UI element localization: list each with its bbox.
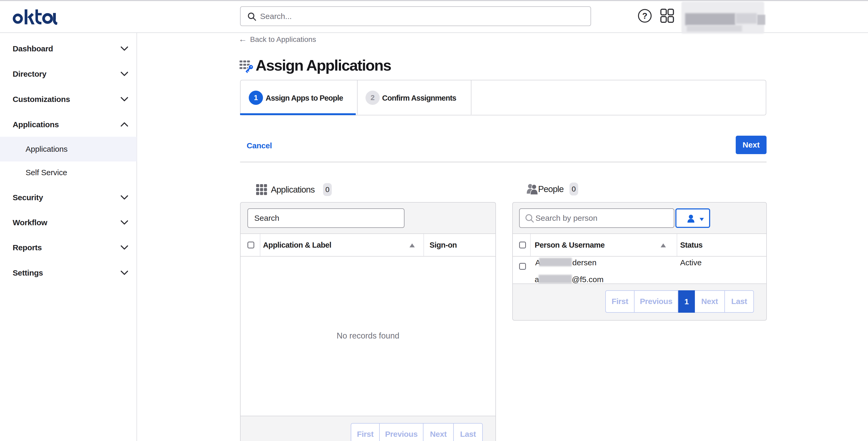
svg-text:?: ? [642,11,647,21]
